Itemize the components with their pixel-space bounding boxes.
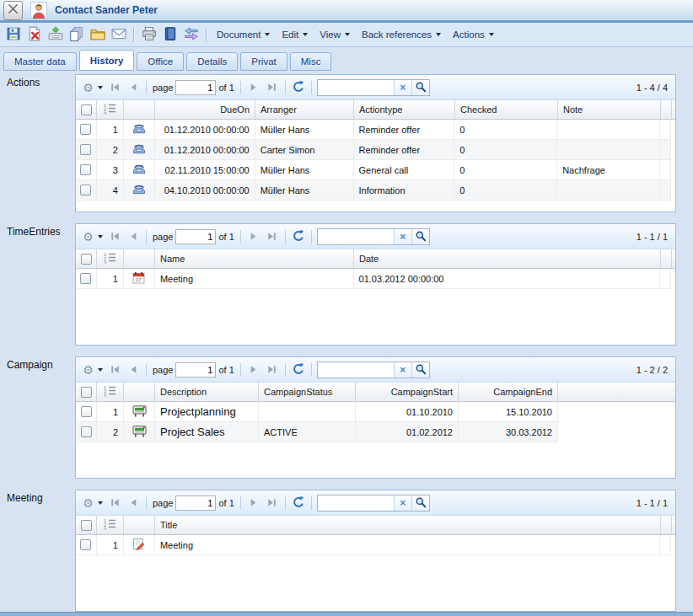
clear-search-button[interactable]: × (394, 229, 411, 244)
grid-settings-button[interactable]: ⚙ (80, 361, 105, 379)
menu-view[interactable]: View (314, 27, 356, 42)
cell-dueon: 01.12.2010 00:00:00 (155, 120, 255, 139)
last-page-button[interactable] (263, 361, 282, 379)
row-checkbox[interactable] (80, 124, 91, 135)
mail-button[interactable] (109, 25, 128, 45)
chevron-down-icon (98, 86, 103, 89)
column-header-name[interactable]: Name (155, 249, 354, 268)
first-page-button[interactable] (105, 361, 124, 379)
refresh-button[interactable] (289, 361, 308, 379)
page-input[interactable] (175, 362, 216, 378)
tab-details[interactable]: Details (186, 52, 238, 71)
close-button[interactable] (3, 1, 23, 20)
row-checkbox[interactable] (80, 539, 91, 550)
next-page-button[interactable] (244, 228, 263, 246)
next-page-button[interactable] (244, 361, 263, 379)
table-row[interactable]: 1Meeting (76, 535, 671, 555)
column-header-title[interactable]: Title (155, 516, 661, 534)
prev-page-button[interactable] (124, 494, 142, 512)
table-row[interactable]: 404.10.2010 00:00:00Müller HansInformati… (76, 180, 671, 201)
row-checkbox[interactable] (80, 164, 91, 175)
clear-search-button[interactable]: × (394, 362, 411, 378)
column-header-campaignstart[interactable]: CampaignStart (356, 383, 459, 401)
tab-misc[interactable]: Misc (290, 52, 332, 71)
column-header-dueon[interactable]: DueOn (155, 100, 255, 119)
delete-document-button[interactable] (24, 25, 44, 45)
table-row[interactable]: 1Projectplanning01.10.201015.10.2010 (76, 402, 558, 422)
transfer-button[interactable] (181, 25, 201, 45)
prev-page-button[interactable] (124, 361, 142, 379)
menu-document[interactable]: Document (211, 27, 276, 42)
row-checkbox[interactable] (81, 426, 92, 437)
grid-settings-button[interactable]: ⚙ (80, 494, 105, 512)
row-checkbox[interactable] (80, 273, 91, 284)
column-header-description[interactable]: Description (155, 383, 259, 401)
grid-settings-button[interactable]: ⚙ (80, 228, 105, 246)
grid-search-input[interactable] (318, 362, 394, 378)
column-header-date[interactable]: Date (354, 249, 661, 268)
import-button[interactable] (46, 25, 65, 45)
refresh-button[interactable] (289, 78, 308, 97)
column-header-note[interactable]: Note (558, 100, 661, 119)
refresh-button[interactable] (289, 228, 308, 246)
column-header-campaignstatus[interactable]: CampaignStatus (259, 383, 356, 401)
clear-search-button[interactable]: × (394, 80, 411, 95)
table-row[interactable]: 101.12.2010 00:00:00Müller HansReminder … (76, 120, 671, 140)
prev-page-button[interactable] (124, 228, 142, 246)
last-page-button[interactable] (263, 494, 282, 512)
search-button[interactable] (411, 362, 429, 378)
tab-master-data[interactable]: Master data (3, 52, 77, 71)
next-page-button[interactable] (244, 494, 263, 512)
row-checkbox[interactable] (80, 185, 91, 196)
first-page-button[interactable] (105, 494, 124, 512)
last-page-button[interactable] (263, 78, 282, 97)
row-checkbox[interactable] (80, 144, 91, 155)
table-row[interactable]: 2Project SalesACTIVE01.02.201230.03.2012 (76, 422, 558, 442)
select-all-checkbox[interactable] (81, 104, 92, 115)
column-header-arranger[interactable]: Arranger (255, 100, 354, 119)
prev-page-button[interactable] (124, 78, 142, 97)
tab-privat[interactable]: Privat (240, 52, 287, 71)
folder-button[interactable] (88, 25, 107, 45)
search-button[interactable] (411, 229, 429, 244)
menu-back-references[interactable]: Back references (356, 27, 447, 42)
row-checkbox[interactable] (81, 406, 92, 417)
first-page-button[interactable] (105, 228, 124, 246)
tab-history[interactable]: History (79, 50, 135, 71)
select-all-checkbox[interactable] (81, 387, 92, 398)
column-header-checked[interactable]: Checked (455, 100, 558, 119)
page-input[interactable] (175, 495, 216, 511)
notebook-button[interactable] (160, 25, 180, 45)
tab-office[interactable]: Office (137, 52, 184, 71)
column-header-x[interactable] (661, 516, 672, 534)
print-button[interactable] (139, 25, 158, 45)
grid-search-input[interactable] (318, 229, 394, 244)
search-button[interactable] (411, 80, 429, 95)
select-all-checkbox[interactable] (81, 520, 92, 531)
next-page-button[interactable] (244, 78, 263, 97)
clear-search-button[interactable]: × (394, 495, 411, 511)
phone-icon (132, 143, 146, 157)
last-page-button[interactable] (263, 228, 282, 246)
column-header-actiontype[interactable]: Actiontype (354, 100, 455, 119)
column-header-x[interactable] (661, 100, 672, 119)
column-header-campaignend[interactable]: CampaignEnd (459, 383, 558, 401)
refresh-button[interactable] (289, 494, 308, 512)
select-all-checkbox[interactable] (81, 254, 92, 265)
menu-edit[interactable]: Edit (276, 27, 314, 42)
search-button[interactable] (411, 495, 429, 511)
grid-search-input[interactable] (318, 80, 394, 95)
grid-settings-button[interactable]: ⚙ (80, 78, 105, 97)
column-header-x[interactable] (661, 249, 672, 268)
first-page-button[interactable] (105, 78, 124, 97)
toolbar-separator (240, 363, 241, 377)
menu-actions[interactable]: Actions (447, 27, 500, 42)
grid-search-input[interactable] (318, 495, 394, 511)
save-button[interactable] (3, 25, 23, 45)
table-row[interactable]: 201.12.2010 00:00:00Carter SimonReminder… (76, 140, 671, 160)
page-input[interactable] (175, 80, 216, 95)
page-input[interactable] (175, 229, 216, 244)
copy-button[interactable] (67, 25, 86, 45)
table-row[interactable]: 302.11.2010 15:00:00Müller HansGeneral c… (76, 160, 671, 180)
table-row[interactable]: 117Meeting01.03.2012 00:00:00 (76, 269, 671, 289)
